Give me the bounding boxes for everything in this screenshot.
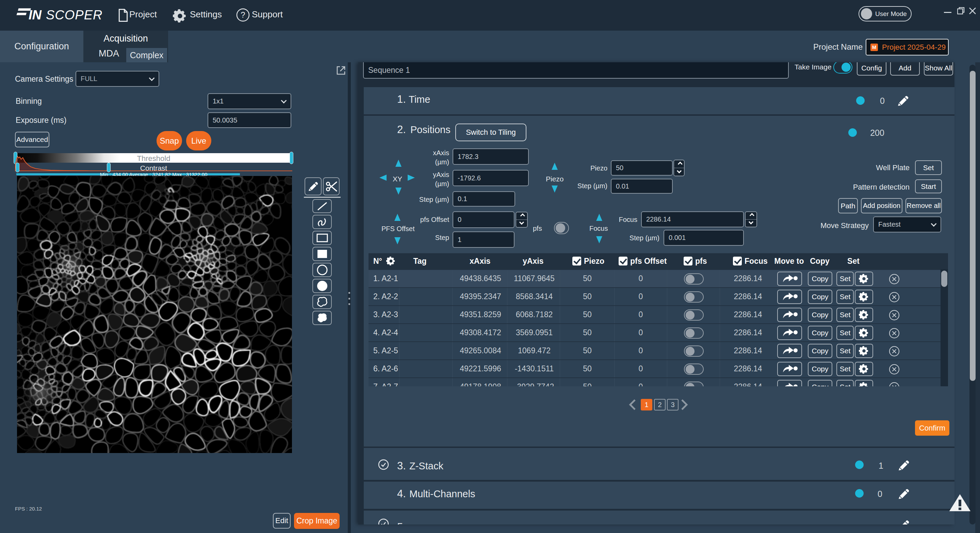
svg-text:?: ? [240, 10, 245, 19]
svg-text:SCOPER: SCOPER [46, 8, 102, 22]
svg-text:IN: IN [29, 8, 42, 22]
